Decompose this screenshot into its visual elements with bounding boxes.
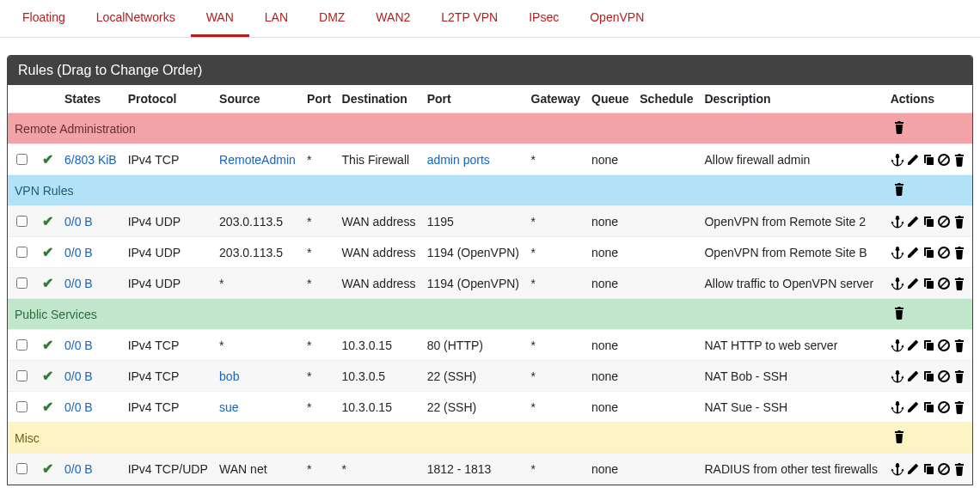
delete-icon[interactable] xyxy=(952,462,966,476)
anchor-icon[interactable] xyxy=(891,462,904,476)
states-link[interactable]: 0/0 B xyxy=(64,277,93,290)
rule-row[interactable]: ✔0/0 BIPv4 UDP203.0.113.5*WAN address119… xyxy=(8,237,972,268)
disable-icon[interactable] xyxy=(937,246,951,259)
states-link[interactable]: 0/0 B xyxy=(64,400,93,414)
tab-openvpn[interactable]: OpenVPN xyxy=(574,0,659,37)
copy-icon[interactable] xyxy=(922,153,935,167)
edit-icon[interactable] xyxy=(906,369,920,383)
rule-select-checkbox[interactable] xyxy=(16,370,28,381)
rule-row[interactable]: ✔0/0 BIPv4 TCP**10.3.0.1580 (HTTP)*noneN… xyxy=(8,330,972,361)
delete-icon[interactable] xyxy=(952,246,966,259)
anchor-icon[interactable] xyxy=(891,400,904,414)
edit-icon[interactable] xyxy=(906,462,920,476)
disable-icon[interactable] xyxy=(937,369,951,383)
states-link[interactable]: 0/0 B xyxy=(64,246,93,259)
disable-icon[interactable] xyxy=(937,215,951,229)
edit-icon[interactable] xyxy=(906,153,920,167)
tab-lan[interactable]: LAN xyxy=(249,0,303,37)
edit-icon[interactable] xyxy=(906,215,920,229)
anchor-icon[interactable] xyxy=(891,246,904,259)
delete-icon[interactable] xyxy=(952,215,966,229)
sport-value: * xyxy=(302,206,337,237)
source-alias-link[interactable]: RemoteAdmin xyxy=(219,153,296,167)
tab-localnetworks[interactable]: LocalNetworks xyxy=(81,0,191,37)
tab-ipsec[interactable]: IPsec xyxy=(513,0,574,37)
states-link[interactable]: 0/0 B xyxy=(64,215,93,229)
delete-icon[interactable] xyxy=(952,400,966,414)
delete-icon[interactable] xyxy=(952,369,966,383)
rule-row[interactable]: ✔0/0 BIPv4 TCPbob*10.3.0.522 (SSH)*noneN… xyxy=(8,361,972,392)
anchor-icon[interactable] xyxy=(891,277,904,290)
queue-value: none xyxy=(586,392,634,423)
sport-value: * xyxy=(302,361,337,392)
rule-select-checkbox[interactable] xyxy=(16,216,28,227)
disable-icon[interactable] xyxy=(937,277,951,290)
rule-select-checkbox[interactable] xyxy=(16,401,28,412)
delete-icon[interactable] xyxy=(952,277,966,290)
rule-row[interactable]: ✔0/0 BIPv4 TCP/UDPWAN net**1812 - 1813*n… xyxy=(8,454,972,485)
sport-value: * xyxy=(302,330,337,361)
tab-dmz[interactable]: DMZ xyxy=(303,0,360,37)
pass-icon: ✔ xyxy=(42,461,53,476)
anchor-icon[interactable] xyxy=(891,338,904,352)
anchor-icon[interactable] xyxy=(891,153,904,167)
tab-wan[interactable]: WAN xyxy=(191,0,249,37)
source-alias-link[interactable]: sue xyxy=(219,400,239,414)
copy-icon[interactable] xyxy=(922,277,935,290)
copy-icon[interactable] xyxy=(922,369,935,383)
source-alias-link[interactable]: bob xyxy=(219,369,239,383)
separator-public-services[interactable]: Public Services xyxy=(8,299,972,330)
separator-remote-administration[interactable]: Remote Administration xyxy=(8,113,972,144)
tab-l2tpvpn[interactable]: L2TP VPN xyxy=(426,0,513,37)
disable-icon[interactable] xyxy=(937,462,951,476)
delete-separator-icon[interactable] xyxy=(892,182,906,196)
states-link[interactable]: 0/0 B xyxy=(64,338,93,352)
rule-select-checkbox[interactable] xyxy=(16,339,28,351)
copy-icon[interactable] xyxy=(922,246,935,259)
rule-actions xyxy=(891,462,967,476)
delete-icon[interactable] xyxy=(952,153,966,167)
dport-value: 1812 - 1813 xyxy=(427,462,492,476)
copy-icon[interactable] xyxy=(922,400,935,414)
rule-select-checkbox[interactable] xyxy=(16,277,28,289)
col-gateway: Gateway xyxy=(526,85,586,113)
edit-icon[interactable] xyxy=(906,400,920,414)
rule-row[interactable]: ✔0/0 BIPv4 UDP**WAN address1194 (OpenVPN… xyxy=(8,268,972,299)
rule-row[interactable]: ✔0/0 BIPv4 UDP203.0.113.5*WAN address119… xyxy=(8,206,972,237)
destination-value: WAN address xyxy=(337,206,422,237)
states-link[interactable]: 0/0 B xyxy=(64,462,93,476)
delete-separator-icon[interactable] xyxy=(892,306,906,320)
pass-icon: ✔ xyxy=(42,369,53,383)
edit-icon[interactable] xyxy=(906,338,920,352)
tab-floating[interactable]: Floating xyxy=(7,0,81,37)
anchor-icon[interactable] xyxy=(891,369,904,383)
disable-icon[interactable] xyxy=(937,400,951,414)
delete-icon[interactable] xyxy=(952,338,966,352)
separator-misc[interactable]: Misc xyxy=(8,423,972,454)
rule-select-checkbox[interactable] xyxy=(16,154,28,165)
rule-row[interactable]: ✔6/803 KiBIPv4 TCPRemoteAdmin*This Firew… xyxy=(8,144,972,175)
copy-icon[interactable] xyxy=(922,462,935,476)
rule-select-checkbox[interactable] xyxy=(16,247,28,258)
delete-separator-icon[interactable] xyxy=(892,120,906,134)
source-value: 203.0.113.5 xyxy=(219,215,283,229)
states-link[interactable]: 6/803 KiB xyxy=(64,153,117,167)
rule-select-checkbox[interactable] xyxy=(16,463,28,474)
protocol-value: IPv4 UDP xyxy=(123,237,214,268)
delete-separator-icon[interactable] xyxy=(892,430,906,443)
separator-vpn-rules[interactable]: VPN Rules xyxy=(8,175,972,206)
rule-row[interactable]: ✔0/0 BIPv4 TCPsue*10.3.0.1522 (SSH)*none… xyxy=(8,392,972,423)
disable-icon[interactable] xyxy=(937,338,951,352)
edit-icon[interactable] xyxy=(906,246,920,259)
schedule-value xyxy=(634,237,699,268)
tab-wan2[interactable]: WAN2 xyxy=(360,0,426,37)
anchor-icon[interactable] xyxy=(891,215,904,229)
edit-icon[interactable] xyxy=(906,277,920,290)
copy-icon[interactable] xyxy=(922,338,935,352)
queue-value: none xyxy=(586,268,634,299)
dport-alias-link[interactable]: admin ports xyxy=(427,153,490,167)
disable-icon[interactable] xyxy=(937,153,951,167)
states-link[interactable]: 0/0 B xyxy=(64,369,93,383)
copy-icon[interactable] xyxy=(922,215,935,229)
schedule-value xyxy=(634,392,699,423)
